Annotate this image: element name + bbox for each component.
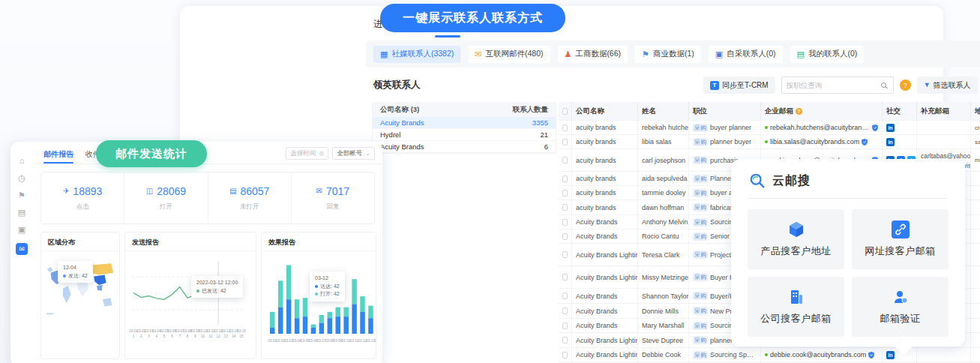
shield-icon[interactable] (862, 139, 868, 146)
position-tag: 采购 (693, 292, 708, 300)
source-chip-2[interactable]: ♟ 工商数据(66) (558, 46, 628, 63)
cloud-card-1[interactable]: 网址搜客户邮箱 (852, 209, 949, 269)
stat-点击: ✈ 18893 点击 (41, 172, 124, 224)
cloud-card-0[interactable]: 产品搜客户地址 (748, 209, 844, 269)
contact-name: Shannon Taylor (638, 289, 689, 303)
row-checkbox[interactable] (562, 337, 568, 344)
tcrm-icon: T (710, 81, 719, 90)
toolbar: 领英联系人 T 同步至T-CRM ? ▼ 筛选联系人 ♥ 一键优选 (373, 76, 980, 94)
cloud-card-3[interactable]: 邮箱验证 (852, 277, 949, 337)
row-checkbox[interactable] (562, 139, 568, 146)
cloud-card-2[interactable]: 公司搜客户邮箱 (748, 277, 844, 337)
gallery-icon[interactable]: ▣ (18, 226, 25, 234)
company-name: Hydrel (380, 130, 400, 139)
row-checkbox[interactable] (562, 352, 568, 358)
row-checkbox[interactable] (562, 308, 568, 314)
contact-name: Rocio Cantu (638, 230, 689, 243)
contact-row-14[interactable]: Acuity Brands Lighting Debbie Cook 采购Sou… (559, 348, 980, 362)
mail-icon[interactable]: ✉ (16, 243, 28, 255)
row-checkbox[interactable] (562, 292, 568, 299)
source-chip-1[interactable]: ✉ 互联网邮件(480) (468, 46, 550, 63)
row-checkbox[interactable] (562, 124, 568, 131)
svg-text:1: 1 (133, 334, 135, 338)
source-chip-4[interactable]: ▣ 自采联系人(0) (709, 46, 783, 63)
contact-name: Teresa Clark (638, 244, 689, 266)
position-tag: 采购 (693, 351, 708, 359)
svg-text:11: 11 (208, 334, 212, 338)
date-range-picker[interactable]: 选择时间 ◎ (286, 147, 328, 160)
row-checkbox[interactable] (562, 274, 568, 280)
row-checkbox[interactable] (562, 157, 568, 164)
linkedin-icon[interactable]: in (886, 138, 895, 146)
home-icon[interactable]: ⌂ (19, 157, 25, 165)
source-chip-5[interactable]: ▤ 我的联系人(0) (790, 46, 865, 63)
clock-icon[interactable]: ◷ (18, 174, 25, 182)
contact-row-1[interactable]: acuity brands libia salas 采购planner buye… (559, 135, 980, 149)
shield-icon[interactable] (872, 124, 878, 131)
chart-title: 区域分布 (41, 232, 119, 251)
stat-value: 7017 (326, 185, 349, 197)
row-checkbox[interactable] (562, 190, 568, 196)
svg-text:9: 9 (194, 334, 196, 338)
contact-name: rebekah hutchens (638, 121, 689, 134)
search-icon[interactable] (881, 82, 886, 88)
funnel-icon: ▼ (924, 82, 931, 88)
row-checkbox[interactable] (562, 322, 568, 329)
building-icon (787, 288, 805, 306)
shield-icon[interactable] (868, 352, 874, 358)
company-row-2[interactable]: Acuity Brands 6 (373, 141, 556, 153)
select-all-checkbox[interactable] (562, 108, 568, 115)
stat-label: 点击 (76, 202, 89, 212)
search-input[interactable] (782, 81, 881, 89)
contact-email: rebekah.hutchens@acuitybrands.com (761, 121, 883, 134)
contact-name: aida sepulveda (638, 172, 689, 185)
cloud-search-panel: 云邮搜 产品搜客户地址 网址搜客户邮箱 公司搜客户邮箱 邮箱验证 (731, 159, 965, 346)
email-report-filters: 选择时间 ◎ 全部帐号 ⌄ (286, 147, 375, 160)
position-tag: 采购 (693, 273, 708, 281)
source-chip-0[interactable]: ▦ 社媒联系人(3382) (373, 46, 460, 63)
doc-icon[interactable]: ▤ (18, 208, 25, 217)
row-checkbox[interactable] (562, 233, 568, 240)
linkedin-icon[interactable]: in (886, 351, 895, 359)
svg-text:13: 13 (224, 334, 229, 338)
position-tag: 采购 (693, 307, 708, 315)
cloud-card-label: 产品搜客户地址 (760, 244, 832, 258)
contact-name: tammie dooley (638, 186, 689, 200)
contact-socials: in (883, 121, 917, 134)
company-row-0[interactable]: Acuity Brands 3355 (373, 117, 556, 129)
contact-name: carl josephson (638, 149, 689, 171)
source-chips-bar: ▦ 社媒联系人(3382) ✉ 互联网邮件(480) ♟ 工商数据(66) ⚑ … (366, 40, 980, 68)
email-charts-row: 区域分布 12-04发送: 42 发送报告 03-01 103-02 203-0… (40, 232, 376, 359)
chart-tooltip: 2022-03-12 12:00已发送: 42 (191, 276, 243, 298)
contact-row-0[interactable]: acuity brands rebekah hutchens 采购buyer p… (559, 121, 980, 135)
flag-icon[interactable]: ⚑ (18, 191, 25, 200)
contact-count: 3355 (532, 118, 548, 127)
contact-company: Acuity Brands Lighting (572, 348, 638, 362)
svg-text:4: 4 (156, 334, 158, 338)
email-stats-window: ⌂◷⚑▤▣✉ 邮件报告收件人报告 选择时间 ◎ 全部帐号 ⌄ ✈ 18893 点… (10, 142, 382, 363)
position-tag: 采购 (693, 250, 708, 259)
row-checkbox[interactable] (562, 176, 568, 182)
callout-bubble: 一键展示联系人联系方式 (380, 4, 565, 32)
line-chart: 03-01 103-02 203-03 303-04 403-05 503-06… (127, 253, 247, 344)
company-row-1[interactable]: Hydrel 21 (373, 129, 556, 141)
row-checkbox[interactable] (562, 204, 568, 211)
stat-label: 打开 (160, 202, 172, 212)
filter-contacts-button[interactable]: ▼ 筛选联系人 (917, 76, 978, 94)
source-chip-3[interactable]: ⚑ 商业数据(1) (635, 46, 701, 63)
companies-mini-table: 公司名称 (3)联系人数量 Acuity Brands 3355 Hydrel … (372, 102, 556, 154)
cloud-card-label: 公司搜客户邮箱 (760, 312, 832, 326)
sync-tcrm-button[interactable]: T 同步至T-CRM (703, 76, 775, 94)
help-badge[interactable]: ? (900, 80, 911, 91)
email-tab-0[interactable]: 邮件报告 (43, 149, 73, 164)
contact-position: 采购planner buyer (689, 135, 761, 148)
contact-region (971, 333, 980, 347)
position-tag: 采购 (693, 336, 708, 344)
contact-company: Acuity Brands (572, 319, 638, 332)
contact-region (971, 244, 980, 266)
account-select[interactable]: 全部帐号 ⌄ (332, 147, 375, 160)
linkedin-icon[interactable]: in (886, 124, 895, 132)
row-checkbox[interactable] (562, 219, 568, 226)
position-tag: 采购 (693, 156, 708, 164)
row-checkbox[interactable] (562, 251, 568, 258)
